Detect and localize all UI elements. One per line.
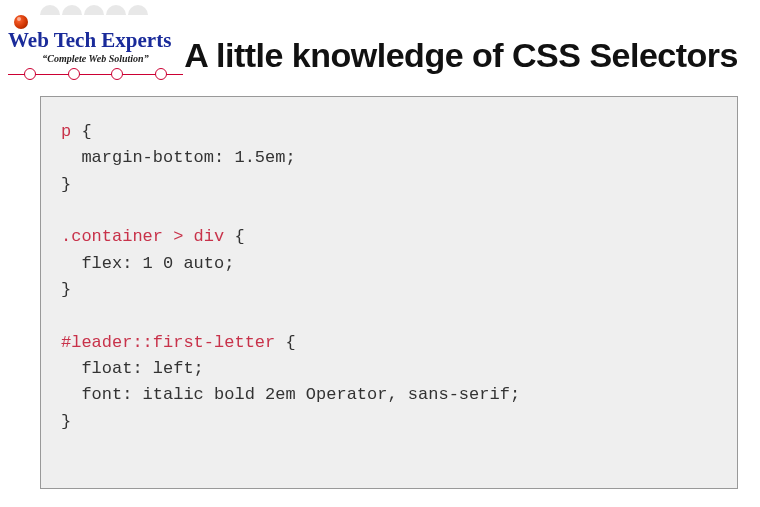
brand-logo: Web Tech Experts “Complete Web Solution” [8,5,183,82]
brand-tagline: “Complete Web Solution” [8,53,183,64]
selector-3: #leader::first-letter [61,333,275,352]
declaration-3-1: font: italic bold 2em Operator, sans-ser… [81,385,520,404]
brand-title: Web Tech Experts [8,30,183,51]
declaration-3-0: float: left; [81,359,203,378]
decoration-line [8,66,183,82]
selector-1: p [61,122,71,141]
declaration-2-0: flex: 1 0 auto; [81,254,234,273]
code-example: p { margin-bottom: 1.5em; } .container >… [40,96,738,489]
declaration-1-0: margin-bottom: 1.5em; [81,148,295,167]
globe-icon [14,15,28,29]
slide-title: A little knowledge of CSS Selectors [184,36,738,75]
cloud-decoration [40,5,183,15]
selector-2: .container > div [61,227,224,246]
